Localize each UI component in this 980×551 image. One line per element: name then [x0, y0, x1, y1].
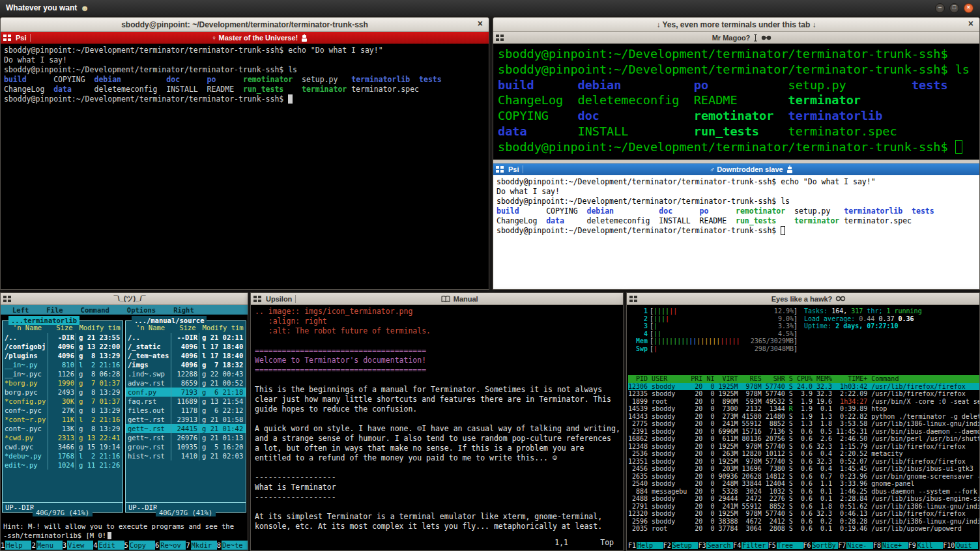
pane-master-titlebar[interactable]: Psi ♀ Master of the Universe! [1, 32, 489, 44]
close-button[interactable]: × [964, 3, 973, 13]
menu-left[interactable]: Left [12, 305, 29, 315]
file-row[interactable]: cont~.pyc13Kg 8 13:29 [3, 424, 122, 433]
line: 2596 sboddy 20 0 38388 4672 2412 S 0.6 0… [628, 518, 979, 526]
minimize-button[interactable]: – [935, 3, 945, 13]
pane-magoo-titlebar[interactable]: Mr Magoo? [493, 32, 979, 44]
maximize-button[interactable]: □ [949, 3, 959, 13]
line: 14343 sboddy 20 0 273M 41580 21480 S 1.9… [628, 413, 979, 421]
group-icon[interactable] [629, 295, 638, 302]
group-icon[interactable] [253, 295, 262, 302]
fkey-de~te[interactable]: 8De~te [217, 541, 248, 550]
window-left-close-button[interactable]: × [478, 18, 483, 29]
mc-app[interactable]: LeftFileCommandOptionsRight ...terminato… [1, 305, 248, 550]
mc-command-line[interactable]: -ssh/terminatorlib$ [M 0! [1, 531, 248, 540]
mc-right-panel: .../manual/source 'n Name Size Modify ti… [125, 320, 246, 513]
window-left-titlebar[interactable]: sboddy@pinpoint: ~/Development/terminato… [1, 18, 489, 32]
robot-icon [786, 165, 793, 173]
terminal-magoo[interactable]: sboddy@pinpoint:~/Development/terminator… [493, 44, 979, 160]
group-icon[interactable] [3, 295, 12, 302]
pane-manual-titlebar[interactable]: Upsilon Manual [251, 293, 623, 305]
fkey-sortby[interactable]: F6SortBy [803, 542, 839, 550]
file-row[interactable]: gett~.rst24415g 21 01:42 [126, 424, 246, 433]
fkey-quit[interactable]: F10Quit [943, 542, 978, 550]
terminal-master[interactable]: sboddy@pinpoint:~/Development/terminator… [1, 44, 489, 289]
file-row[interactable]: /..--DIRg 21 02:11 [126, 333, 246, 342]
group-icon[interactable] [3, 35, 12, 42]
menu-file[interactable]: File [46, 305, 63, 315]
file-row[interactable]: edit~.py1024g 11 21:26 [3, 460, 122, 470]
menu-command[interactable]: Command [81, 305, 109, 315]
fkey-re~ov[interactable]: 6Re~ov [155, 541, 186, 550]
htop-app[interactable]: 1[||||||12.9%]2[||||9.0%]3[|3.3%]4[||4.5… [627, 305, 979, 550]
pane-mc-titlebar[interactable]: ¯\_(ツ)_/¯ [1, 293, 248, 305]
mc-right-path[interactable]: .../manual/source [132, 316, 207, 325]
fkey-setup[interactable]: F2Setup [663, 542, 699, 550]
meter-3: 3[|3.3%] [631, 322, 798, 330]
file-row[interactable]: *debu~.py1768l 2 21:16 [3, 451, 122, 460]
fkey-tree[interactable]: F5Tree [768, 542, 803, 550]
fkey-nice+[interactable]: F8Nice+ [873, 542, 908, 550]
mc-col-date[interactable]: Modify tim [79, 323, 121, 332]
window-right-close-button[interactable]: × [968, 18, 973, 29]
file-row[interactable]: cwd.pyc3466g 15 19:14 [3, 442, 122, 451]
menu-right[interactable]: Right [173, 305, 194, 315]
top-panel[interactable]: Whatever you want ☻ – □ × [0, 0, 980, 16]
file-row[interactable]: gett~.rst26976g 21 01:13 [126, 433, 246, 442]
file-row[interactable]: conf~.pyc27Kg 8 13:29 [3, 406, 122, 415]
file-row[interactable]: grou~.rst10935g 5 16:20 [126, 442, 246, 451]
fkey-menu[interactable]: 2Menu [31, 541, 62, 550]
line [255, 502, 619, 512]
file-row[interactable]: /plugins4096g 8 13:29 [3, 351, 122, 360]
file-row[interactable]: gett~.rst23913g 21 01:58 [126, 415, 246, 424]
line: A quick word on style. I have none. ☺I h… [255, 424, 619, 434]
line: ====================================== [255, 365, 619, 375]
file-row[interactable]: files.out1178g 6 22:12 [126, 406, 246, 415]
terminal-slave[interactable]: sboddy@pinpoint:~/Development/terminator… [493, 175, 979, 289]
fkey-filter[interactable]: F4Filter [733, 542, 768, 550]
mc-left-path[interactable]: ...terminatorlib [8, 316, 79, 325]
file-row[interactable]: *config.py30Kg 7 01:37 [3, 397, 122, 406]
group-icon[interactable] [496, 34, 504, 41]
file-row[interactable]: /..-DIRg 21 23:55 [3, 333, 122, 342]
htop-process-table[interactable]: PID USER PRI NI VIRT RES SHR S CPU% MEM%… [628, 375, 979, 533]
fkey-copy[interactable]: 5Copy [124, 541, 155, 550]
file-row[interactable]: faq.rst11689g 13 21:54 [126, 397, 246, 406]
fkey-kill[interactable]: F9Kill [908, 542, 944, 550]
mc-right-files: /..--DIRg 21 02:11/_static4096l 17 18:40… [126, 333, 246, 502]
pane-slave-titlebar[interactable]: Psi ♂ Downtrodden slave [493, 163, 979, 175]
file-row[interactable]: hist~.rst1410g 21 02:03 [126, 451, 246, 460]
fkey-help[interactable]: F1Help [628, 542, 663, 550]
file-row[interactable]: *cwd.py2313g 13 22:41 [3, 433, 122, 442]
line: 16862 sboddy 20 0 611M 80136 20756 S 0.6… [628, 435, 979, 443]
file-row[interactable]: /imgs4096g 7 18:32 [126, 360, 246, 369]
line: sboddy@pinpoint:~/Development/terminator… [497, 197, 976, 206]
line: 2635 sboddy 20 0 90936 20628 14812 S 0.6… [628, 473, 979, 481]
file-row[interactable]: __in~.pyc1126g 8 06:28 [3, 369, 122, 378]
file-row[interactable]: __in~.py810l 2 21:16 [3, 360, 122, 369]
menu-options[interactable]: Options [127, 305, 156, 315]
window-right-titlebar[interactable]: ↓ Yes, even more terminals under this ta… [493, 18, 979, 32]
file-row[interactable]: /_static4096l 17 18:40 [126, 342, 246, 351]
line: 2456 sboddy 20 0 203M 13696 7380 S 0.6 0… [628, 465, 979, 473]
file-row[interactable]: /configobj4096g 13 22:00 [3, 342, 122, 351]
vim-editor[interactable]: .. image:: imgs/icon_terminator.png :ali… [251, 305, 623, 550]
file-row[interactable]: borg.pyc2493g 8 13:29 [3, 388, 122, 397]
fkey-nice-[interactable]: F7Nice- [838, 542, 873, 550]
fkey-view[interactable]: 3View [63, 541, 93, 550]
file-row[interactable]: .ind~.swp12288g 22 00:43 [126, 369, 246, 378]
pane-mc-title: ¯\_(ツ)_/¯ [113, 294, 145, 304]
group-icon[interactable] [496, 166, 504, 173]
file-row[interactable]: conf.py7193g 6 21:18 [126, 388, 246, 397]
file-row[interactable]: adva~.rst8659g 21 00:52 [126, 378, 246, 388]
mc-col-date[interactable]: Modify tim [202, 323, 244, 332]
fkey-edit[interactable]: 4Edit [93, 541, 124, 550]
meter-mem: Mem[||||||||||||||||||||||2365/3029MB] [631, 337, 798, 345]
pane-htop-titlebar[interactable]: Eyes like a hawk? [627, 293, 979, 305]
fkey-help[interactable]: 1Help [1, 541, 31, 550]
fkey-mkdir[interactable]: 7Mkdir [186, 541, 216, 550]
file-row[interactable]: /_tem~ates4096l 17 18:40 [126, 351, 246, 360]
file-row[interactable]: *borg.py1990g 7 01:37 [3, 378, 122, 388]
fkey-search[interactable]: F3Search [698, 542, 733, 550]
file-row[interactable]: *cont~r.py11Kl 2 21:16 [3, 415, 122, 424]
vim-buffer: .. image:: imgs/icon_terminator.png :ali… [255, 307, 619, 531]
